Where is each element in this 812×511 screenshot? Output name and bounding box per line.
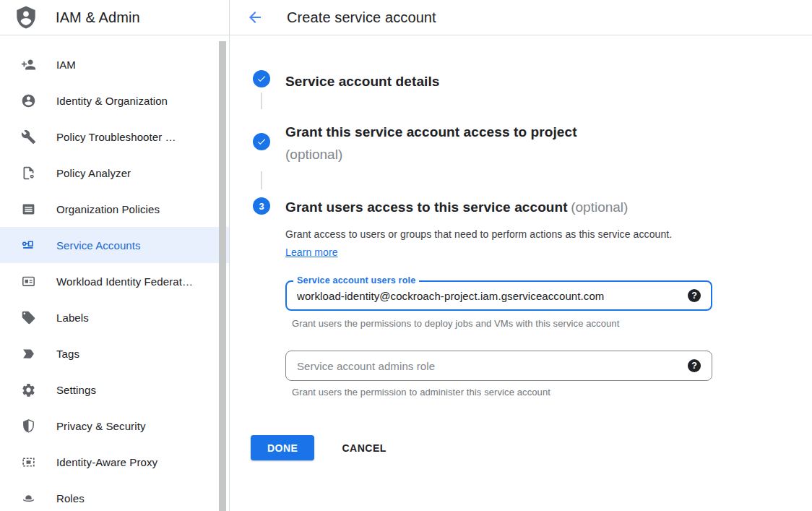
step2-optional-label: (optional) <box>285 143 577 166</box>
admins-role-input[interactable] <box>297 360 679 372</box>
sidebar-nav: IAM Identity & Organization Policy Troub… <box>0 35 229 511</box>
sidebar-item-label: Identity-Aware Proxy <box>56 456 157 468</box>
sidebar-item-label: Service Accounts <box>56 239 141 252</box>
product-title[interactable]: IAM & Admin <box>56 9 140 26</box>
person-add-icon <box>21 57 36 72</box>
step-connector <box>261 171 262 189</box>
service-account-admins-role-field[interactable]: ? <box>285 351 712 381</box>
sidebar-item-organization-policies[interactable]: Organization Policies <box>0 191 229 227</box>
learn-more-link[interactable]: Learn more <box>285 246 338 258</box>
sidebar-item-label: IAM <box>56 59 76 71</box>
users-role-input[interactable] <box>297 290 679 302</box>
admins-role-help-icon[interactable]: ? <box>688 359 701 372</box>
hat-icon <box>21 491 36 506</box>
sidebar-item-workload-identity-federation[interactable]: Workload Identity Federat… <box>0 263 229 299</box>
admins-role-helper-text: Grant users the permission to administer… <box>292 387 712 398</box>
sidebar-item-identity-organization[interactable]: Identity & Organization <box>0 82 229 119</box>
step1-completed-badge <box>253 70 270 87</box>
list-card-icon <box>21 202 36 217</box>
sidebar-item-label: Workload Identity Federat… <box>56 275 193 288</box>
create-service-account-form: Service account details Grant this servi… <box>230 35 812 460</box>
sidebar: IAM & Admin IAM Identity & Organization … <box>0 0 230 511</box>
proxy-frame-icon <box>21 455 36 470</box>
step1-title: Service account details <box>285 74 440 89</box>
service-account-users-role-field[interactable]: Service account users role ? <box>285 280 712 311</box>
account-circle-icon <box>21 93 36 108</box>
wrench-icon <box>21 129 36 145</box>
shield-icon <box>21 418 36 434</box>
gear-icon <box>21 382 36 398</box>
sidebar-item-settings[interactable]: Settings <box>0 372 229 408</box>
sidebar-scrollbar[interactable] <box>219 38 226 511</box>
step3-description: Grant access to users or groups that nee… <box>285 226 679 262</box>
cancel-button[interactable]: CANCEL <box>336 435 392 460</box>
step-service-account-details: Service account details <box>253 70 812 93</box>
step-connector <box>261 93 262 109</box>
sidebar-item-label: Roles <box>56 492 85 504</box>
document-gear-icon <box>21 166 36 181</box>
step-grant-users-access: 3 Grant users access to this service acc… <box>253 196 812 398</box>
main-panel: Create service account Service account d… <box>230 0 812 511</box>
badge-card-icon <box>21 274 36 289</box>
sidebar-item-label: Organization Policies <box>56 203 160 215</box>
sidebar-scrollbar-thumb[interactable] <box>219 41 226 511</box>
sidebar-item-label: Labels <box>56 312 89 324</box>
back-button[interactable] <box>246 9 264 26</box>
sidebar-item-roles[interactable]: Roles <box>0 480 229 511</box>
step2-title: Grant this service account access to pro… <box>285 124 577 139</box>
sidebar-item-label: Privacy & Security <box>56 420 146 432</box>
service-account-key-icon <box>21 238 36 253</box>
sidebar-item-label: Settings <box>56 384 96 396</box>
sidebar-item-service-accounts[interactable]: Service Accounts <box>0 227 229 263</box>
step3-optional-label: (optional) <box>571 199 628 215</box>
users-role-field-label: Service account users role <box>293 275 419 285</box>
sidebar-item-label: Identity & Organization <box>56 95 168 107</box>
sidebar-item-label: Policy Troubleshooter … <box>56 131 176 143</box>
sidebar-item-policy-troubleshooter[interactable]: Policy Troubleshooter … <box>0 119 229 155</box>
step-grant-access-to-project: Grant this service account access to pro… <box>253 121 812 166</box>
sidebar-header: IAM & Admin <box>0 0 229 35</box>
step2-completed-badge <box>253 133 270 150</box>
check-icon <box>256 74 267 84</box>
label-tag-icon <box>21 310 36 325</box>
sidebar-item-tags[interactable]: Tags <box>0 335 229 372</box>
sidebar-item-identity-aware-proxy[interactable]: Identity-Aware Proxy <box>0 444 229 480</box>
users-role-help-icon[interactable]: ? <box>688 289 701 302</box>
iam-admin-shield-logo-icon <box>14 5 38 30</box>
sidebar-item-policy-analyzer[interactable]: Policy Analyzer <box>0 155 229 191</box>
form-actions: DONE CANCEL <box>251 435 812 460</box>
page-title: Create service account <box>287 9 436 26</box>
done-button[interactable]: DONE <box>251 435 314 460</box>
check-icon <box>256 137 267 147</box>
step3-title: Grant users access to this service accou… <box>285 199 568 215</box>
users-role-helper-text: Grant users the permissions to deploy jo… <box>292 318 712 329</box>
step3-description-text: Grant access to users or groups that nee… <box>285 228 672 240</box>
sidebar-item-labels[interactable]: Labels <box>0 299 229 335</box>
sidebar-item-privacy-security[interactable]: Privacy & Security <box>0 408 229 444</box>
sidebar-item-label: Tags <box>56 348 79 360</box>
sidebar-item-label: Policy Analyzer <box>56 167 131 179</box>
step3-number-badge: 3 <box>253 197 270 215</box>
page-header: Create service account <box>230 0 812 35</box>
tag-arrow-icon <box>21 346 36 361</box>
sidebar-item-iam[interactable]: IAM <box>0 46 229 82</box>
arrow-back-icon <box>246 9 264 26</box>
